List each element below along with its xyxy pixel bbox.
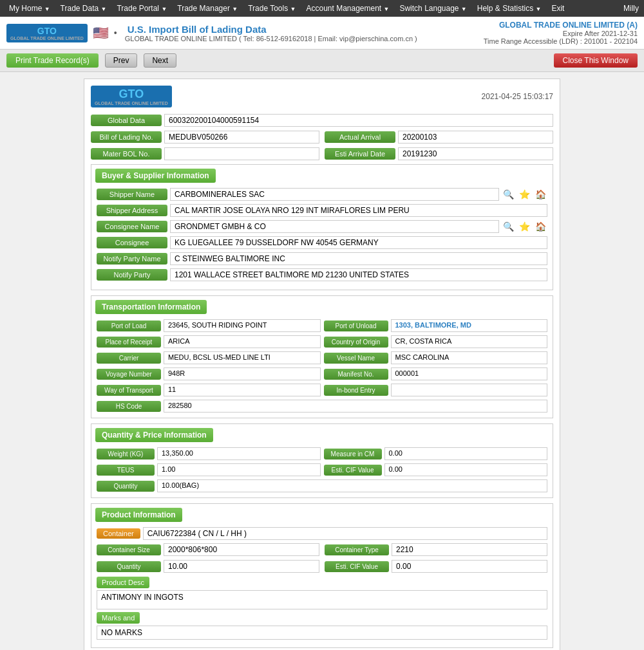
master-bol-value [164,147,319,160]
way-of-transport-row: Way of Transport 11 [97,384,321,396]
product-section: Product Information Container CAIU672238… [91,503,553,648]
place-of-receipt-label: Place of Receipt [97,337,161,348]
carrier-value: MEDU, BCSL US-MED LINE LTI [164,351,321,364]
consignee-search-icon[interactable]: 🔍 [502,221,515,232]
notify-party-name-row: Notify Party Name C STEINWEG BALTIMORE I… [97,252,547,265]
close-button[interactable]: Close This Window [554,53,638,68]
inbond-entry-label: In-bond Entry [324,385,388,396]
global-data-label: Global Data [91,115,162,126]
weight-value: 13,350.00 [157,447,321,460]
inbond-entry-value [391,384,548,396]
country-of-origin-row: Country of Origin CR, COSTA RICA [324,335,548,348]
prev-button[interactable]: Prev [105,53,138,68]
print-button[interactable]: Print Trade Record(s) [6,53,99,68]
product-title: Product Information [95,508,182,522]
transportation-section: Transportation Information Port of Load … [91,295,553,418]
voyage-number-label: Voyage Number [97,369,161,380]
container-type-value: 2210 [392,543,547,556]
port-of-unload-row: Port of Unload 1303, BALTIMORE, MD [324,319,548,332]
product-quantity-value: 10.00 [164,560,319,573]
weight-row: Weight (KG) 13,350.00 [97,447,321,460]
header: GTO GLOBAL TRADE ONLINE LIMITED 🇺🇸 • U.S… [0,17,644,50]
teus-row: TEUS 1.00 [97,463,321,476]
main-content: GTO GLOBAL TRADE ONLINE LIMITED 2021-04-… [0,72,644,650]
buyer-supplier-section: Buyer & Supplier Information Shipper Nam… [91,164,553,290]
shipper-star-icon[interactable]: ⭐ [518,189,531,200]
user-name: Milly [623,4,639,13]
teus-value: 1.00 [157,463,321,476]
nav-trade-portal[interactable]: Trade Portal ▼ [113,3,171,14]
product-esti-cif-value: 0.00 [392,560,547,573]
esti-arrival-label: Esti Arrival Date [325,148,395,160]
voyage-number-value: 948R [164,367,321,380]
measure-row: Measure in CM 0.00 [324,447,548,460]
nav-trade-tools[interactable]: Trade Tools ▼ [244,3,299,14]
quantity-label: Quantity [97,481,155,492]
nav-exit[interactable]: Exit [547,3,568,14]
marks-label: Marks and [97,612,140,624]
port-of-unload-value: 1303, BALTIMORE, MD [391,319,548,332]
shipper-name-label: Shipper Name [97,189,167,200]
shipper-search-icon[interactable]: 🔍 [502,189,515,200]
record-header: GTO GLOBAL TRADE ONLINE LIMITED 2021-04-… [91,86,553,107]
consignee-row: Consignee KG LUEGALLEE 79 DUSSELDORF NW … [97,236,547,249]
actual-arrival-label: Actual Arrival [325,131,395,143]
vessel-name-label: Vessel Name [324,353,388,364]
way-of-transport-label: Way of Transport [97,385,161,396]
expire-info: Expire After 2021-12-31 [484,30,638,37]
shipper-address-label: Shipper Address [97,205,167,216]
manifest-no-value: 000001 [391,367,548,380]
nav-help-statistics[interactable]: Help & Statistics ▼ [473,3,545,14]
product-desc-value: ANTIMONY IN INGOTS [97,590,547,609]
container-row: Container CAIU6722384 ( CN / L / HH ) [97,527,547,540]
transportation-title: Transportation Information [95,300,207,314]
teus-label: TEUS [97,465,155,476]
nav-switch-language[interactable]: Switch Language ▼ [395,3,470,14]
port-of-load-label: Port of Load [97,320,161,331]
bol-no-value: MEDUBV050266 [164,131,319,144]
port-of-load-value: 23645, SOUTH RIDING POINT [164,319,321,332]
product-desc-label: Product Desc [97,577,149,588]
marks-value: NO MARKS [97,626,547,640]
product-qty-cif-row: Quantity 10.00 Esti. CIF Value 0.00 [97,560,547,573]
hs-code-label: HS Code [97,401,161,412]
container-button[interactable]: Container [97,528,140,539]
manifest-no-row: Manifest No. 000001 [324,367,548,380]
next-button[interactable]: Next [144,53,176,68]
shipper-name-row: Shipper Name CARBOMINERALES SAC 🔍 ⭐ 🏠 [97,188,547,201]
flag-icon: 🇺🇸 [93,25,109,41]
product-esti-cif-label: Esti. CIF Value [325,561,389,572]
quantity-row: Quantity 10.00(BAG) [97,479,547,492]
consignee-star-icon[interactable]: ⭐ [518,221,531,232]
page-title: U.S. Import Bill of Lading Data [128,24,417,35]
vessel-name-value: MSC CAROLINA [391,351,548,364]
gto-logo: GTO GLOBAL TRADE ONLINE LIMITED [6,24,88,42]
nav-trade-data[interactable]: Trade Data ▼ [57,3,111,14]
container-size-type-row: Container Size 2000*806*800 Container Ty… [97,543,547,556]
measure-label: Measure in CM [324,449,382,460]
notify-party-label: Notify Party [97,269,167,281]
buyer-supplier-title: Buyer & Supplier Information [95,169,216,183]
measure-value: 0.00 [384,447,548,460]
quantity-price-section: Quantity & Price Information Weight (KG)… [91,423,553,498]
manifest-no-label: Manifest No. [324,369,388,380]
consignee-name-value: GRONDMET GMBH & CO [170,220,499,233]
port-of-unload-label: Port of Unload [324,320,388,331]
nav-trade-manager[interactable]: Trade Manager ▼ [173,3,242,14]
shipper-address-row: Shipper Address CAL MARTIR JOSE OLAYA NR… [97,204,547,217]
country-of-origin-value: CR, COSTA RICA [391,335,548,348]
consignee-name-row: Consignee Name GRONDMET GMBH & CO 🔍 ⭐ 🏠 [97,220,547,233]
vessel-name-row: Vessel Name MSC CAROLINA [324,351,548,364]
shipper-home-icon[interactable]: 🏠 [534,189,547,200]
esti-cif-row: Esti. CIF Value 0.00 [324,463,548,476]
carrier-label: Carrier [97,353,161,364]
nav-links: My Home ▼ Trade Data ▼ Trade Portal ▼ Tr… [5,3,568,14]
actual-arrival-value: 20200103 [398,131,553,144]
notify-party-name-label: Notify Party Name [97,253,167,265]
header-right: GLOBAL TRADE ONLINE LIMITED (A) Expire A… [484,21,638,45]
nav-my-home[interactable]: My Home ▼ [5,3,54,14]
nav-account-management[interactable]: Account Management ▼ [302,3,393,14]
record-logo: GTO GLOBAL TRADE ONLINE LIMITED [91,86,172,107]
notify-party-name-value: C STEINWEG BALTIMORE INC [170,252,547,265]
consignee-home-icon[interactable]: 🏠 [534,221,547,232]
